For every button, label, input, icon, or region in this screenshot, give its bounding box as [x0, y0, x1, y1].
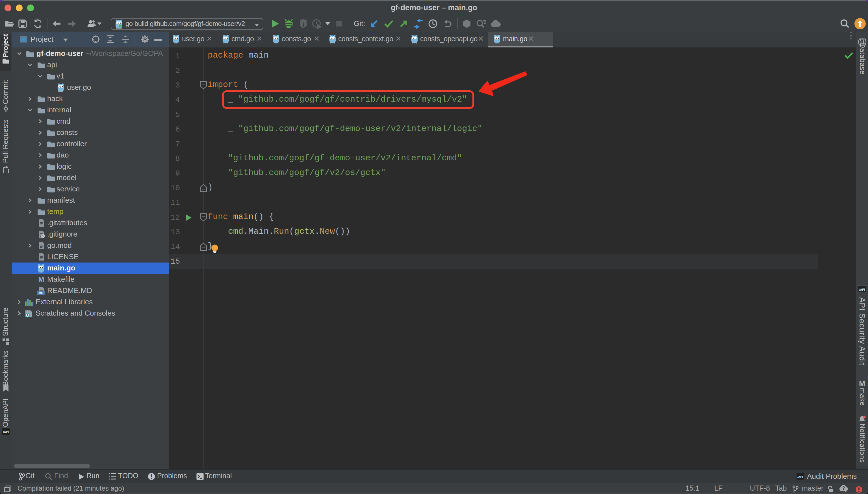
svg-text:/API: /API: [859, 288, 865, 291]
svg-text:?: ?: [842, 486, 845, 490]
svg-text:/API: /API: [3, 431, 9, 434]
svg-text:MD: MD: [38, 291, 43, 294]
svg-text:/API: /API: [797, 475, 803, 478]
